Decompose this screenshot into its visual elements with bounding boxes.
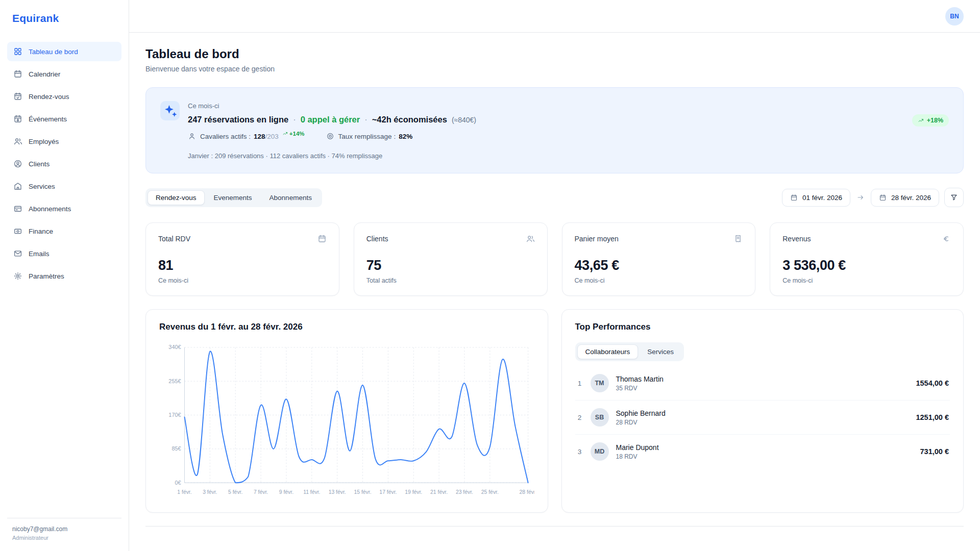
stat-card-value: 75	[366, 258, 535, 273]
sidebar-item-calendrier[interactable]: Calendrier	[7, 64, 121, 84]
sidebar-item-services[interactable]: Services	[7, 177, 121, 196]
riders-total: /203	[265, 133, 279, 140]
separator-dot: ·	[293, 115, 296, 124]
perf-tab-services[interactable]: Services	[639, 344, 682, 359]
monthly-summary-card: +18% Ce mois-ci 247 réservations en lign…	[145, 87, 964, 173]
svg-text:255€: 255€	[168, 378, 181, 384]
calendar-icon	[879, 194, 887, 202]
svg-text:340€: 340€	[168, 344, 181, 350]
stat-card-value: 3 536,00 €	[782, 258, 951, 273]
revenue-line-chart: 0€85€170€255€340€1 févr.3 févr.5 févr.7 …	[159, 342, 534, 500]
chart-title: Revenus du 1 févr. au 28 févr. 2026	[159, 322, 534, 332]
sidebar-item-label: Calendrier	[29, 70, 60, 78]
sidebar-item-employes[interactable]: Employés	[7, 132, 121, 151]
rank-number: 1	[576, 380, 583, 387]
collaborator-amount: 1554,00 €	[916, 379, 949, 387]
collaborator-avatar: MD	[591, 442, 609, 461]
stat-card-revenus: Revenus 3 536,00 € Ce mois-ci	[770, 222, 964, 296]
users-icon	[526, 234, 535, 243]
target-icon	[326, 132, 334, 140]
hero-headline: 247 réservations en ligne · 0 appel à gé…	[188, 115, 476, 124]
stat-card-clients: Clients 75 Total actifs	[354, 222, 548, 296]
sidebar-item-tableau-de-bord[interactable]: Tableau de bord	[7, 42, 121, 61]
sidebar-item-abonnements[interactable]: Abonnements	[7, 199, 121, 218]
top-performances-card: Top Performances CollaborateursServices …	[561, 309, 964, 513]
stat-card-caption: Total actifs	[366, 277, 535, 284]
filter-row: Rendez-vousEvenementsAbonnements 01 févr…	[145, 188, 964, 207]
date-to-button[interactable]: 28 févr. 2026	[871, 189, 939, 207]
svg-text:25 févr.: 25 févr.	[481, 489, 499, 495]
riders-trend-value: +14%	[289, 131, 305, 137]
fill-rate-label: Taux remplissage :	[338, 133, 396, 140]
euro-icon	[942, 234, 951, 243]
date-from-button[interactable]: 01 févr. 2026	[782, 189, 850, 207]
riders-value: 128	[254, 133, 265, 140]
calendar-star-icon	[13, 114, 22, 123]
svg-text:28 févr.: 28 févr.	[520, 489, 534, 495]
rdv-count: 28 RDV	[616, 419, 666, 426]
separator-dot: ·	[364, 115, 368, 124]
sidebar-nav: Tableau de bordCalendrierRendez-vousÉvén…	[7, 42, 121, 286]
date-to-value: 28 févr. 2026	[891, 194, 931, 202]
sidebar-item-rendez-vous[interactable]: Rendez-vous	[7, 87, 121, 106]
stat-card-caption: Ce mois-ci	[158, 277, 327, 284]
date-range-controls: 01 févr. 2026 28 févr. 2026	[782, 188, 964, 207]
sidebar-item-parametres[interactable]: Paramètres	[7, 266, 121, 286]
collaborator-info: Marie Dupont 18 RDV	[616, 443, 659, 460]
stat-card-total-rdv: Total RDV 81 Ce mois-ci	[145, 222, 339, 296]
svg-text:9 févr.: 9 févr.	[279, 489, 293, 495]
arrow-right-icon	[856, 193, 865, 202]
users-icon	[13, 137, 22, 146]
user-avatar[interactable]: BN	[945, 7, 964, 26]
entity-tabs: Rendez-vousEvenementsAbonnements	[145, 188, 322, 207]
previous-month-summary: Janvier : 209 réservations · 112 cavalie…	[188, 152, 476, 160]
receipt-icon	[733, 234, 743, 243]
stat-card-title: Panier moyen	[575, 235, 619, 243]
filter-button[interactable]	[944, 188, 964, 207]
date-from-value: 01 févr. 2026	[802, 194, 842, 202]
sidebar-item-label: Clients	[29, 160, 50, 168]
rdv-count: 35 RDV	[616, 385, 664, 392]
svg-text:3 févr.: 3 févr.	[203, 489, 217, 495]
calendar-icon	[317, 234, 327, 243]
sidebar-item-label: Emails	[29, 250, 50, 258]
svg-text:17 févr.: 17 févr.	[379, 489, 397, 495]
tab-rendez-vous[interactable]: Rendez-vous	[148, 190, 205, 205]
page-title: Tableau de bord	[145, 47, 964, 61]
sidebar-item-clients[interactable]: Clients	[7, 154, 121, 173]
collaborator-info: Sophie Bernard 28 RDV	[616, 409, 666, 426]
hero-stats-row: Cavaliers actifs : 128 /203 +14% T	[188, 132, 476, 140]
svg-text:15 févr.: 15 févr.	[354, 489, 372, 495]
tab-evenements[interactable]: Evenements	[206, 190, 260, 205]
sidebar-item-label: Services	[29, 183, 55, 190]
active-riders-stat: Cavaliers actifs : 128 /203 +14%	[188, 132, 305, 140]
calendar-check-icon	[13, 92, 22, 101]
finance-icon	[13, 227, 22, 236]
calls-to-manage: 0 appel à gérer	[301, 115, 360, 124]
stat-card-value: 81	[158, 258, 327, 273]
collaborator-name: Sophie Bernard	[616, 409, 666, 417]
trend-badge-value: +18%	[927, 117, 943, 124]
stat-card-title: Revenus	[782, 235, 811, 243]
performance-row: 1 TM Thomas Martin 35 RDV 1554,00 €	[575, 366, 950, 400]
gear-icon	[13, 271, 22, 281]
sidebar-item-label: Rendez-vous	[29, 93, 69, 101]
collaborator-name: Thomas Martin	[616, 375, 664, 383]
perf-tab-collaborateurs[interactable]: Collaborateurs	[577, 344, 639, 359]
user-circle-icon	[13, 159, 22, 168]
stat-card-title: Total RDV	[158, 235, 190, 243]
collaborator-avatar: SB	[591, 408, 609, 427]
sidebar-item-label: Paramètres	[29, 272, 64, 280]
svg-text:11 févr.: 11 févr.	[303, 489, 320, 495]
svg-text:85€: 85€	[172, 445, 181, 452]
sparkles-icon	[160, 101, 180, 120]
sidebar-item-evenements[interactable]: Événements	[7, 109, 121, 129]
sidebar-item-emails[interactable]: Emails	[7, 244, 121, 263]
section-divider	[145, 526, 964, 527]
sidebar-item-finance[interactable]: Finance	[7, 221, 121, 241]
trend-up-icon	[282, 131, 288, 137]
sidebar-item-label: Abonnements	[29, 205, 71, 213]
sidebar-item-label: Événements	[29, 115, 67, 123]
tab-abonnements[interactable]: Abonnements	[261, 190, 320, 205]
stat-cards-grid: Total RDV 81 Ce mois-ci Clients 75 Total…	[145, 222, 964, 296]
